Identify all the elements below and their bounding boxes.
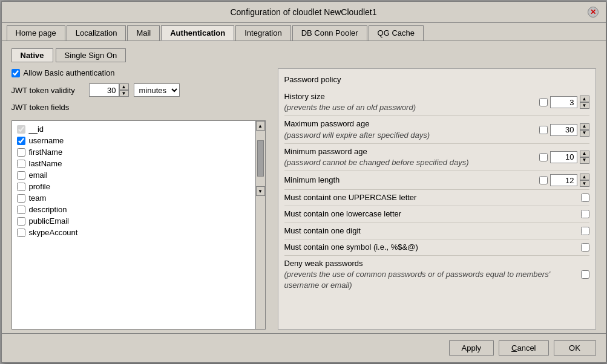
jwt-validity-up[interactable]: ▲: [119, 83, 129, 90]
cancel-button[interactable]: Cancel: [499, 340, 548, 356]
jwt-fields-label: JWT token fields: [11, 103, 266, 112]
policy-spin-up-history-size[interactable]: ▲: [580, 96, 589, 102]
dialog-title: Configuration of cloudlet NewCloudlet1: [20, 7, 588, 17]
close-button[interactable]: ✕: [588, 7, 599, 18]
field-checkbox-team[interactable]: [17, 194, 25, 203]
policy-sub-min-age: (password cannot be changed before speci…: [284, 158, 469, 167]
jwt-validity-spinner: ▲ ▼: [119, 83, 129, 97]
main-panel: Allow Basic authentication JWT token val…: [11, 68, 596, 330]
inner-tab-native[interactable]: Native: [11, 48, 53, 62]
policy-sub-history-size: (prevents the use of an old password): [284, 103, 416, 112]
list-item: description: [15, 204, 253, 215]
policy-spin-up-min-age[interactable]: ▲: [580, 151, 589, 157]
field-checkbox-lastname[interactable]: [17, 160, 25, 168]
jwt-validity-input[interactable]: 30: [89, 83, 119, 97]
scroll-up-arrow[interactable]: ▲: [256, 121, 265, 131]
policy-spin-down-min-age[interactable]: ▼: [580, 157, 589, 164]
list-item: __id: [15, 123, 253, 135]
policy-desc-min-length: Minimum length: [284, 175, 533, 186]
scroll-down-arrow[interactable]: ▼: [256, 186, 265, 196]
policy-main-history-size: History size: [284, 92, 325, 101]
tab-integration[interactable]: Integration: [235, 25, 290, 41]
policy-controls-min-length: ▲ ▼: [539, 174, 589, 187]
policy-main-min-length: Minimum length: [284, 175, 340, 184]
policy-desc-symbol: Must contain one symbol (i.e., %$&@): [284, 242, 575, 253]
policy-spinner-max-age: ▲ ▼: [580, 123, 589, 137]
field-checkbox-id[interactable]: [17, 125, 25, 134]
policy-main-lowercase: Must contain one lowercase letter: [284, 209, 402, 218]
policy-number-history-size[interactable]: [550, 96, 577, 108]
field-checkbox-description[interactable]: [17, 206, 25, 214]
policy-desc-history-size: History size (prevents the use of an old…: [284, 91, 533, 113]
tab-localization[interactable]: Localization: [67, 25, 126, 41]
allow-basic-checkbox[interactable]: [11, 69, 20, 77]
policy-checkbox-deny-weak[interactable]: [581, 270, 589, 279]
jwt-validity-unit[interactable]: minutes hours days: [134, 83, 180, 97]
field-checkbox-username[interactable]: [17, 137, 25, 145]
tab-db-conn-pooler[interactable]: DB Conn Pooler: [292, 25, 367, 41]
policy-row-min-age: Minimum password age (password cannot be…: [284, 144, 589, 171]
policy-controls-lowercase: [581, 210, 589, 218]
policy-checkbox-history-size[interactable]: [539, 98, 548, 106]
jwt-validity-input-group: 30 ▲ ▼: [89, 83, 129, 97]
list-item: username: [15, 135, 253, 146]
list-item: publicEmail: [15, 215, 253, 227]
policy-number-min-length[interactable]: [550, 174, 577, 186]
scroll-thumb[interactable]: [257, 140, 264, 177]
policy-row-digit: Must contain one digit: [284, 223, 589, 239]
field-checkbox-skypeaccount[interactable]: [17, 229, 25, 237]
field-checkbox-publicemail[interactable]: [17, 217, 25, 226]
policy-spinner-min-age: ▲ ▼: [580, 151, 589, 164]
jwt-validity-down[interactable]: ▼: [119, 90, 129, 97]
apply-button[interactable]: Apply: [449, 340, 494, 356]
policy-desc-min-age: Minimum password age (password cannot be…: [284, 146, 533, 168]
jwt-validity-row: JWT token validity 30 ▲ ▼ minutes hours …: [11, 83, 266, 97]
field-checkbox-profile[interactable]: [17, 183, 25, 191]
policy-row-symbol: Must contain one symbol (i.e., %$&@): [284, 239, 589, 256]
password-policy-panel: Password policy History size (prevents t…: [278, 68, 596, 330]
tab-authentication[interactable]: Authentication: [161, 25, 234, 41]
policy-checkbox-min-age[interactable]: [539, 153, 548, 161]
inner-tabs: Native Single Sign On: [11, 48, 596, 62]
policy-spin-up-max-age[interactable]: ▲: [580, 123, 589, 130]
tab-mail[interactable]: Mail: [127, 25, 160, 41]
tab-qg-cache[interactable]: QG Cache: [369, 25, 424, 41]
policy-desc-uppercase: Must containt one UPPERCASE letter: [284, 192, 575, 203]
policy-main-deny-weak: Deny weak passwords: [284, 259, 363, 268]
policy-spin-down-min-length[interactable]: ▼: [580, 180, 589, 187]
ok-button[interactable]: OK: [554, 340, 596, 356]
jwt-fields-list: __id username firstName lastName: [12, 121, 255, 329]
policy-spin-up-min-length[interactable]: ▲: [580, 174, 589, 180]
bottom-bar: Apply Cancel OK: [2, 333, 606, 362]
policy-spin-down-history-size[interactable]: ▼: [580, 102, 589, 109]
policy-main-min-age: Minimum password age: [284, 147, 367, 156]
policy-number-max-age[interactable]: [550, 124, 577, 136]
policy-checkbox-symbol[interactable]: [581, 243, 589, 252]
policy-number-min-age[interactable]: [550, 151, 577, 163]
tab-homepage[interactable]: Home page: [7, 25, 65, 41]
field-label-profile: profile: [29, 182, 50, 191]
field-label-email: email: [29, 171, 48, 180]
policy-checkbox-lowercase[interactable]: [581, 210, 589, 218]
policy-spin-down-max-age[interactable]: ▼: [580, 130, 589, 137]
policy-checkbox-digit[interactable]: [581, 227, 589, 235]
field-label-firstname: firstName: [29, 148, 63, 157]
field-checkbox-firstname[interactable]: [17, 148, 25, 157]
policy-sub-max-age: (password will expire after specified da…: [284, 131, 430, 140]
field-checkbox-email[interactable]: [17, 171, 25, 180]
policy-desc-digit: Must contain one digit: [284, 226, 575, 236]
policy-controls-digit: [581, 227, 589, 235]
policy-controls-deny-weak: [581, 270, 589, 279]
fields-scrollbar[interactable]: ▲ ▼: [255, 121, 265, 329]
main-tabs: Home page Localization Mail Authenticati…: [2, 23, 606, 41]
list-item: email: [15, 169, 253, 181]
inner-tab-sso[interactable]: Single Sign On: [56, 48, 126, 62]
allow-basic-label: Allow Basic authentication: [24, 68, 115, 77]
list-item: profile: [15, 181, 253, 192]
policy-main-digit: Must contain one digit: [284, 226, 361, 235]
policy-checkbox-max-age[interactable]: [539, 126, 548, 134]
policy-title: Password policy: [284, 75, 589, 84]
policy-checkbox-min-length[interactable]: [539, 176, 548, 184]
policy-row-lowercase: Must contain one lowercase letter: [284, 206, 589, 223]
policy-checkbox-uppercase[interactable]: [581, 193, 589, 202]
